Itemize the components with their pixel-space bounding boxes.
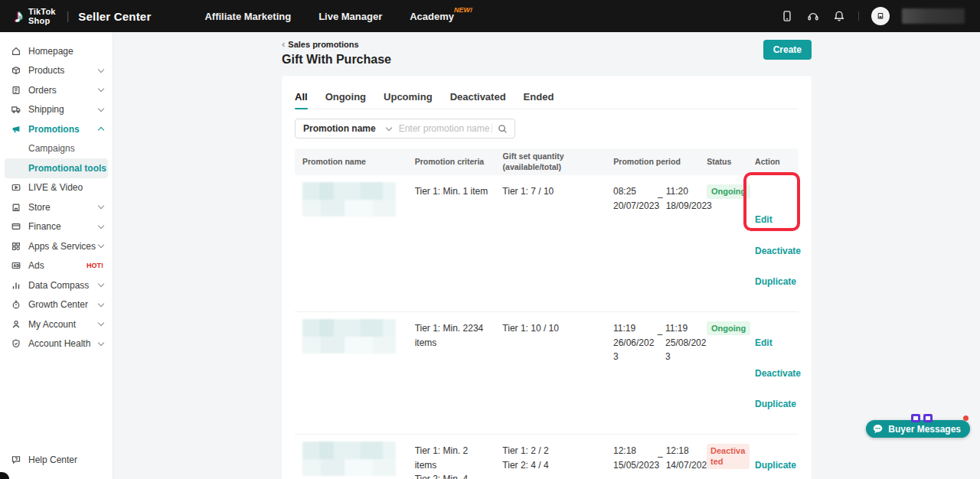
promotion-period: 11:19 26/06/202 3 – 11:19 25/08/202 3	[606, 312, 699, 434]
promotion-name-redacted[interactable]	[302, 182, 396, 217]
sidebar-item-ads[interactable]: AdsHOT!	[0, 256, 113, 276]
tab-ended[interactable]: Ended	[524, 91, 554, 109]
window-corner	[0, 472, 9, 479]
apps-grid-icon	[11, 241, 21, 252]
topbar: ♪ TikTok Shop | Seller Center Affiliate …	[0, 0, 980, 32]
table-row: Tier 1: Min. 2 items Tier 2: Min. 4 item…	[295, 435, 799, 479]
chevron-down-icon	[385, 125, 391, 131]
sidebar-item-products[interactable]: Products	[0, 61, 113, 81]
credit-card-icon	[11, 221, 21, 232]
ads-icon	[11, 260, 21, 271]
nav-live-manager[interactable]: Live Manager	[318, 11, 382, 22]
help-chat-icon	[11, 455, 21, 465]
sidebar-item-live-video[interactable]: LIVE & Video	[0, 178, 113, 198]
chevron-down-icon	[98, 106, 104, 112]
topbar-right	[780, 7, 980, 25]
promotion-name-redacted[interactable]	[302, 442, 396, 476]
topbar-divider: |	[67, 10, 70, 22]
store-avatar-icon[interactable]	[871, 7, 890, 25]
chevron-down-icon	[98, 320, 104, 326]
deactivate-link[interactable]: Deactivate	[755, 367, 792, 381]
status-badge: Deactivated	[707, 444, 750, 469]
notifications-bell-icon[interactable]	[832, 9, 846, 23]
promotion-criteria: Tier 1: Min. 2234 items	[407, 312, 495, 434]
input-divider	[492, 124, 492, 133]
nav-affiliate-marketing[interactable]: Affiliate Marketing	[204, 11, 291, 22]
sidebar-item-orders[interactable]: Orders	[0, 80, 113, 100]
video-icon	[11, 182, 21, 193]
sidebar-item-shipping[interactable]: Shipping	[0, 100, 113, 120]
gift-set-quantity: Tier 1: 2 / 2 Tier 2: 4 / 4	[495, 435, 606, 479]
widget-toolbar-icon[interactable]	[911, 414, 933, 422]
gift-set-quantity: Tier 1: 7 / 10	[495, 175, 606, 311]
period-separator: –	[658, 450, 663, 479]
sidebar-item-store[interactable]: Store	[0, 197, 113, 217]
sidebar-item-data-compass[interactable]: Data Compass	[0, 275, 113, 295]
person-icon	[11, 319, 21, 330]
edit-link[interactable]: Edit	[755, 336, 792, 350]
breadcrumb[interactable]: ‹ Sales promotions	[282, 32, 812, 49]
promotion-criteria: Tier 1: Min. 1 item	[407, 175, 495, 311]
status-badge: Ongoing	[707, 321, 750, 335]
main-content: ‹ Sales promotions Gift With Purchase Cr…	[113, 32, 980, 479]
status-tabs: All Ongoing Upcoming Deactivated Ended	[295, 76, 799, 109]
duplicate-link[interactable]: Duplicate	[755, 275, 792, 289]
storefront-icon	[11, 202, 21, 213]
filter-bar: Promotion name	[295, 119, 799, 138]
account-name-redacted[interactable]	[902, 8, 965, 24]
stopwatch-icon	[11, 299, 21, 310]
sidebar-item-growth-center[interactable]: Growth Center	[0, 295, 113, 315]
sidebar-item-help-center[interactable]: Help Center	[0, 451, 113, 471]
nav-academy[interactable]: AcademyNEW!	[410, 11, 454, 22]
period-separator: –	[658, 191, 663, 305]
tiktok-note-icon: ♪	[14, 7, 23, 25]
promotion-period: 12:18 15/05/2023 – 12:18 14/07/2023	[606, 435, 699, 479]
support-headset-icon[interactable]	[806, 9, 820, 23]
search-input[interactable]	[399, 123, 492, 134]
deactivate-link[interactable]: Deactivate	[755, 244, 792, 259]
tab-deactivated[interactable]: Deactivated	[450, 91, 506, 109]
search-icon[interactable]	[497, 123, 508, 135]
gift-set-quantity: Tier 1: 10 / 10	[495, 312, 606, 434]
sidebar-item-account-health[interactable]: Account Health	[0, 334, 113, 354]
chevron-down-icon	[98, 203, 104, 209]
filter-field-select[interactable]: Promotion name	[296, 123, 399, 134]
tiktok-shop-logo[interactable]: ♪ TikTok Shop	[0, 7, 56, 25]
sidebar-subitem-campaigns[interactable]: Campaigns	[0, 139, 113, 159]
duplicate-link[interactable]: Duplicate	[755, 458, 792, 473]
sidebar-item-homepage[interactable]: Homepage	[0, 41, 113, 61]
seller-center-screen: ♪ TikTok Shop | Seller Center Affiliate …	[0, 0, 980, 479]
tab-ongoing[interactable]: Ongoing	[325, 91, 366, 109]
tab-upcoming[interactable]: Upcoming	[384, 91, 433, 109]
tab-all[interactable]: All	[295, 91, 308, 109]
promotion-name-redacted[interactable]	[302, 319, 396, 354]
topbar-nav: Affiliate Marketing Live Manager Academy…	[204, 11, 454, 22]
sidebar-item-apps-services[interactable]: Apps & Services	[0, 236, 113, 256]
sidebar-item-finance[interactable]: Finance	[0, 217, 113, 237]
duplicate-link[interactable]: Duplicate	[755, 397, 792, 412]
bar-chart-icon	[11, 280, 21, 291]
clipboard-icon	[11, 85, 21, 96]
promotions-table: Promotion name Promotion criteria Gift s…	[295, 148, 799, 479]
sidebar-item-my-account[interactable]: My Account	[0, 314, 113, 334]
period-start: 12:18 15/05/2023	[613, 444, 655, 479]
create-button[interactable]: Create	[763, 40, 812, 60]
buyer-messages-button[interactable]: Buyer Messages	[866, 420, 970, 438]
period-start: 08:25 20/07/2023	[613, 184, 655, 305]
chevron-down-icon	[98, 223, 104, 229]
widget-square-icon	[911, 414, 920, 422]
chevron-down-icon	[98, 67, 104, 73]
sidebar-item-promotions[interactable]: Promotions	[0, 119, 113, 139]
promotion-criteria: Tier 1: Min. 2 items Tier 2: Min. 4 item…	[407, 435, 495, 479]
sidebar-subitem-promotional-tools[interactable]: Promotional tools	[5, 158, 108, 178]
edit-link[interactable]: Edit	[755, 213, 792, 227]
chevron-down-icon	[98, 281, 104, 287]
megaphone-icon	[11, 124, 21, 135]
back-chevron-icon: ‹	[282, 39, 285, 49]
box-icon	[11, 65, 21, 76]
chat-bubble-icon	[872, 423, 884, 435]
topbar-separator	[858, 11, 859, 21]
promotion-period: 08:25 20/07/2023 – 11:20 18/09/2023	[606, 175, 699, 311]
mobile-device-icon[interactable]	[780, 9, 794, 23]
page-title: Gift With Purchase	[282, 53, 812, 67]
